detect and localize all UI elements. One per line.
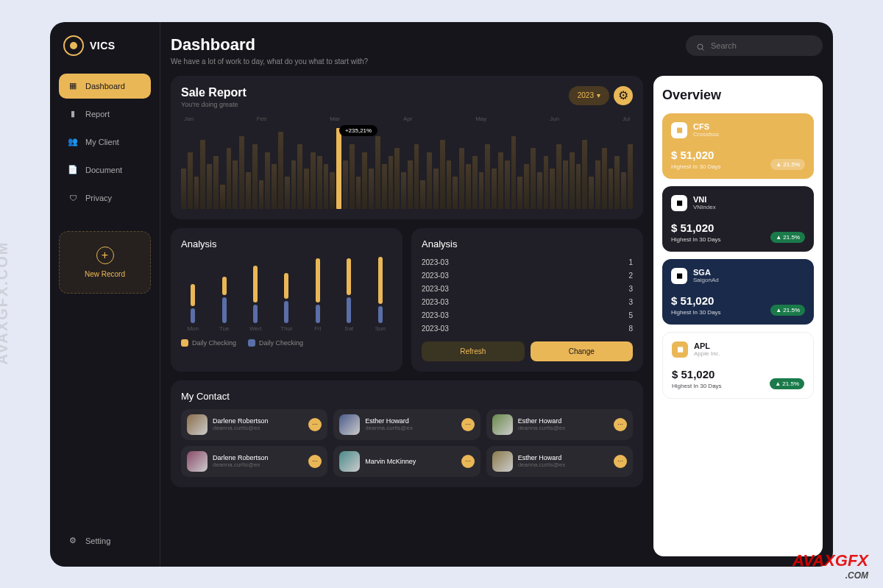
overview-card-apl[interactable]: ◼APLApple Inc.$ 51,020Highest In 30 Days… xyxy=(662,332,814,399)
stock-name: SaigonAd xyxy=(693,277,719,283)
plus-icon: + xyxy=(96,247,114,264)
search-input[interactable] xyxy=(711,41,812,50)
contact-item[interactable]: Darlene Robertsondeanna.curtis@ex⋯ xyxy=(181,409,327,440)
sidebar-item-label: Report xyxy=(85,110,110,118)
change-button[interactable]: Change xyxy=(531,341,634,361)
sale-bar xyxy=(505,160,510,209)
sale-bar xyxy=(382,164,387,209)
stock-high-label: Highest In 30 Days xyxy=(671,163,721,170)
change-badge: ▲ 21.5% xyxy=(770,159,805,170)
stock-name: Crossfsss xyxy=(693,131,719,138)
overview-card-cfs[interactable]: ◼CFSCrossfsss$ 51,020Highest In 30 Days▲… xyxy=(662,113,814,179)
sale-bar xyxy=(537,172,542,209)
contact-email: deanna.curtis@ex xyxy=(213,461,303,468)
setting-link[interactable]: ⚙ Setting xyxy=(59,528,151,553)
sale-bar xyxy=(447,160,452,209)
contact-email: deanna.curtis@ex xyxy=(365,425,455,431)
stock-code: SGA xyxy=(693,268,719,277)
sale-bar xyxy=(239,136,244,209)
users-icon: 👥 xyxy=(68,137,78,147)
avatar xyxy=(339,414,360,435)
settings-button[interactable]: ⚙ xyxy=(614,86,633,105)
svg-point-0 xyxy=(698,44,703,49)
sale-bar xyxy=(311,152,316,209)
sale-report-title: Sale Report xyxy=(181,86,247,99)
contact-item[interactable]: Esther Howarddeanna.curtis@ex⋯ xyxy=(486,409,633,440)
message-button[interactable]: ⋯ xyxy=(461,418,475,431)
stock-icon: ◼ xyxy=(671,122,687,138)
contact-item[interactable]: Marvin McKinney⋯ xyxy=(333,446,480,477)
logo-icon xyxy=(63,35,84,56)
message-button[interactable]: ⋯ xyxy=(614,418,627,431)
sale-bar xyxy=(324,164,329,209)
analysis-row: 2023-038 xyxy=(422,325,633,333)
sale-bar xyxy=(343,160,348,209)
shield-icon: 🛡 xyxy=(68,193,78,203)
avatar xyxy=(187,451,208,472)
refresh-button[interactable]: Refresh xyxy=(422,341,525,361)
sale-bar xyxy=(556,144,561,209)
contact-item[interactable]: Esther Howarddeanna.curtis@ex⋯ xyxy=(486,446,633,477)
message-button[interactable]: ⋯ xyxy=(461,455,475,468)
sale-bar xyxy=(479,172,484,209)
sale-bar xyxy=(570,152,575,209)
sale-bar xyxy=(375,136,380,209)
sidebar-item-report[interactable]: ▮Report xyxy=(59,102,151,127)
sale-bar xyxy=(200,140,205,209)
sidebar-item-document[interactable]: 📄Document xyxy=(59,157,151,183)
message-button[interactable]: ⋯ xyxy=(308,455,322,468)
sale-bar xyxy=(544,156,549,209)
sale-bar xyxy=(408,160,413,209)
sale-bar xyxy=(369,169,374,209)
sale-bar xyxy=(576,164,581,209)
sidebar-item-privacy[interactable]: 🛡Privacy xyxy=(59,185,151,210)
sidebar-item-dashboard[interactable]: ▦Dashboard xyxy=(59,74,151,99)
setting-label: Setting xyxy=(85,536,110,545)
stock-value: $ 51,020 xyxy=(671,149,721,161)
analysis-list-title: Analysis xyxy=(422,238,633,249)
analysis-row: 2023-033 xyxy=(422,298,633,306)
sale-bar xyxy=(550,169,555,209)
message-button[interactable]: ⋯ xyxy=(308,418,322,431)
stock-code: APL xyxy=(694,341,720,350)
sale-bar xyxy=(472,156,478,209)
analysis-chart-card: Analysis MonTueWedThurFriSatSun Daily Ch… xyxy=(171,228,403,372)
overview-title: Overview xyxy=(662,88,814,103)
sale-bar xyxy=(602,148,607,209)
search-box[interactable] xyxy=(686,35,823,56)
gear-icon: ⚙ xyxy=(618,88,628,102)
chart-tooltip: +235,21% xyxy=(339,125,377,136)
analysis-row: 2023-032 xyxy=(422,272,633,280)
overview-card-vni[interactable]: ◼VNIVNIndex$ 51,020Highest In 30 Days▲ 2… xyxy=(662,186,814,252)
contact-item[interactable]: Esther Howarddeanna.curtis@ex⋯ xyxy=(333,409,480,440)
sale-bar xyxy=(272,164,277,209)
change-badge: ▲ 21.5% xyxy=(770,232,805,243)
sale-bar xyxy=(317,156,322,209)
sale-bar xyxy=(285,177,290,209)
stock-name: VNIndex xyxy=(693,204,716,210)
sale-bar xyxy=(252,144,258,209)
sale-bar xyxy=(420,180,425,209)
stock-value: $ 51,020 xyxy=(671,222,721,234)
new-record-button[interactable]: + New Record xyxy=(59,231,151,294)
sale-bar xyxy=(207,164,212,209)
sale-bar xyxy=(291,160,297,209)
sale-bar xyxy=(614,156,620,209)
sale-bar xyxy=(356,177,361,209)
sidebar-item-my-client[interactable]: 👥My Client xyxy=(59,130,151,155)
svg-line-1 xyxy=(702,49,703,50)
avatar xyxy=(492,451,513,472)
sale-bar xyxy=(220,185,225,209)
stock-high-label: Highest In 30 Days xyxy=(671,309,721,316)
day-column: Wed xyxy=(244,257,267,332)
contact-email: deanna.curtis@ex xyxy=(213,425,303,431)
message-button[interactable]: ⋯ xyxy=(614,455,627,468)
contact-item[interactable]: Darlene Robertsondeanna.curtis@ex⋯ xyxy=(181,446,327,477)
year-select[interactable]: 2023 ▾ xyxy=(569,86,609,105)
stock-name: Apple Inc. xyxy=(694,350,720,357)
sale-bar xyxy=(433,169,439,209)
sale-report-card: Sale Report You're doing greate 2023 ▾ ⚙ xyxy=(171,76,643,219)
sale-bar xyxy=(453,177,458,209)
overview-card-sga[interactable]: ◼SGASaigonAd$ 51,020Highest In 30 Days▲ … xyxy=(662,259,814,325)
stock-icon: ◼ xyxy=(671,195,687,211)
